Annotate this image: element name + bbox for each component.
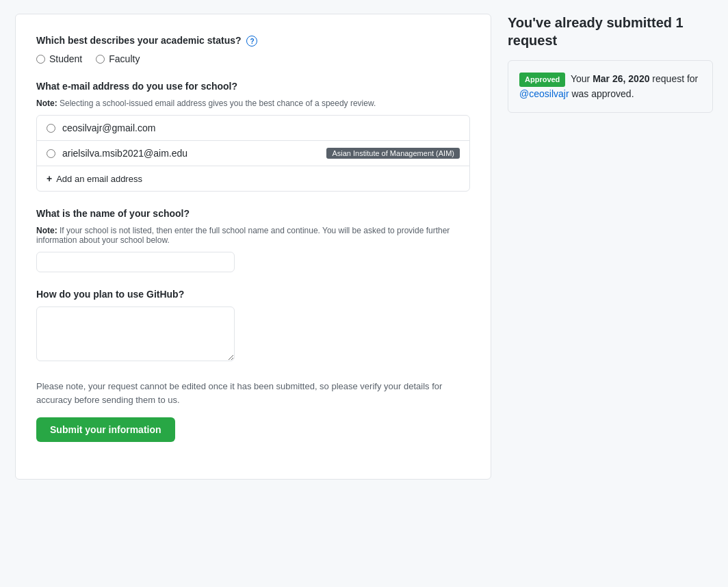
academic-status-label: Which best describes your academic statu…	[36, 35, 242, 46]
school-badge: Asian Institute of Management (AIM)	[326, 148, 460, 159]
school-note-label: Note:	[36, 226, 57, 235]
school-note: Note: If your school is not listed, then…	[36, 226, 470, 245]
student-label: Student	[49, 53, 82, 64]
email-address-2: arielsilva.msib2021@aim.edu	[62, 148, 320, 159]
faculty-label: Faculty	[109, 53, 140, 64]
approved-text-middle: request for	[652, 73, 698, 84]
approved-username-link[interactable]: @ceosilvajr	[519, 88, 569, 99]
approved-card: Approved Your Mar 26, 2020 request for @…	[508, 60, 713, 113]
school-name-section: What is the name of your school? Note: I…	[36, 208, 470, 275]
email-options-box: ceosilvajr@gmail.com arielsilva.msib2021…	[36, 115, 470, 192]
github-use-textarea[interactable]	[36, 306, 235, 361]
submit-section: Please note, your request cannot be edit…	[36, 380, 470, 442]
add-email-button[interactable]: + Add an email address	[37, 166, 469, 191]
email-radio-1[interactable]	[47, 124, 55, 133]
approved-text-before: Your	[571, 73, 590, 84]
academic-status-radio-group: Student Faculty	[36, 53, 470, 64]
add-email-label: Add an email address	[56, 174, 142, 184]
academic-status-section: Which best describes your academic statu…	[36, 35, 470, 67]
approved-badge: Approved	[519, 73, 565, 87]
faculty-radio-label[interactable]: Faculty	[96, 53, 140, 64]
help-icon[interactable]: ?	[246, 36, 257, 47]
main-card: Which best describes your academic statu…	[15, 14, 491, 480]
email-note: Note: Selecting a school-issued email ad…	[36, 99, 470, 108]
email-section: What e-mail address do you use for schoo…	[36, 81, 470, 194]
student-radio[interactable]	[36, 55, 45, 64]
plus-icon: +	[47, 173, 52, 184]
github-use-section: How do you plan to use GitHub?	[36, 289, 470, 366]
approved-date: Mar 26, 2020	[593, 73, 649, 84]
approved-text-after: was approved.	[571, 88, 634, 99]
email-option-1: ceosilvajr@gmail.com	[37, 116, 469, 141]
school-name-title: What is the name of your school?	[36, 208, 470, 219]
academic-status-title: Which best describes your academic statu…	[36, 35, 470, 47]
warning-text: Please note, your request cannot be edit…	[36, 380, 470, 406]
sidebar-title: You've already submitted 1 request	[508, 14, 713, 49]
email-section-title: What e-mail address do you use for schoo…	[36, 81, 470, 92]
page-container: Which best describes your academic statu…	[15, 14, 713, 573]
student-radio-label[interactable]: Student	[36, 53, 82, 64]
school-note-text: If your school is not listed, then enter…	[36, 226, 450, 245]
github-use-title: How do you plan to use GitHub?	[36, 289, 470, 300]
email-radio-2[interactable]	[47, 149, 55, 158]
submit-button[interactable]: Submit your information	[36, 417, 175, 442]
email-address-1: ceosilvajr@gmail.com	[62, 122, 460, 133]
email-option-2: arielsilva.msib2021@aim.edu Asian Instit…	[37, 141, 469, 166]
school-name-input[interactable]	[36, 252, 235, 272]
sidebar: You've already submitted 1 request Appro…	[508, 14, 713, 113]
email-note-label: Note:	[36, 99, 57, 108]
email-note-text: Selecting a school-issued email address …	[60, 99, 376, 108]
faculty-radio[interactable]	[96, 55, 105, 64]
